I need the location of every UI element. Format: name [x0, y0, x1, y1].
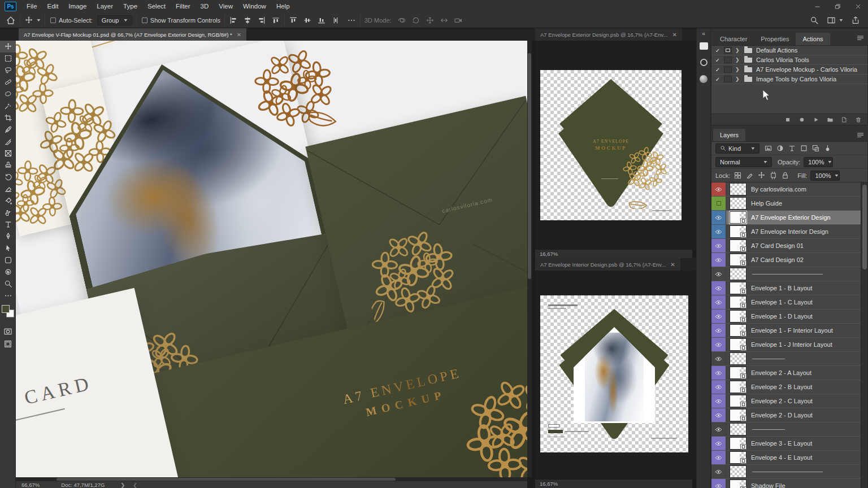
filter-smart-object-icon[interactable]: [811, 144, 820, 152]
tab-close-icon[interactable]: ✕: [670, 262, 675, 268]
lock-transparency-icon[interactable]: [734, 171, 742, 180]
exterior-canvas[interactable]: A7 ENVELOPE MOCKUP: [535, 41, 692, 249]
layer-visibility-toggle[interactable]: [711, 182, 726, 196]
layer-visibility-toggle[interactable]: [711, 465, 726, 478]
menu-file[interactable]: File: [21, 1, 42, 11]
expand-chevron-icon[interactable]: ❯: [735, 57, 743, 63]
layer-row[interactable]: Envelope 4 - E Layout: [711, 451, 867, 465]
lock-all-icon[interactable]: [781, 171, 789, 180]
action-set-row[interactable]: ✓❯Image Tools by Carlos Viloria: [711, 75, 867, 84]
layer-visibility-toggle[interactable]: [711, 281, 726, 295]
share-icon[interactable]: [851, 16, 860, 25]
layer-row[interactable]: [711, 267, 867, 281]
main-canvas[interactable]: carlosviloria.com carlosviloria.com A7 E…: [16, 41, 527, 477]
distribute-distB-icon[interactable]: [317, 16, 326, 25]
layer-visibility-toggle[interactable]: [711, 267, 726, 281]
layer-thumbnail[interactable]: [730, 239, 747, 252]
layer-row[interactable]: Envelope 1 - D Layout: [711, 310, 867, 324]
delete-icon[interactable]: [855, 116, 862, 123]
action-dialog-toggle[interactable]: [724, 56, 732, 63]
layer-row[interactable]: Envelope 1 - J Interior Layout: [711, 338, 867, 352]
layer-row[interactable]: A7 Card Design 01: [711, 239, 867, 253]
search-icon[interactable]: [810, 16, 819, 25]
more-options-icon[interactable]: [347, 16, 356, 25]
tab-close-icon[interactable]: ✕: [237, 32, 241, 38]
marquee-tool[interactable]: [0, 53, 16, 64]
pen-tool[interactable]: [0, 230, 16, 242]
lasso-tool[interactable]: [0, 64, 16, 76]
layer-thumbnail[interactable]: [730, 338, 747, 351]
tab-character[interactable]: Character: [713, 33, 754, 45]
tab-layers[interactable]: Layers: [713, 129, 745, 141]
layer-row[interactable]: Shadow File: [711, 479, 867, 488]
layer-visibility-toggle[interactable]: [711, 437, 726, 450]
record-icon[interactable]: [798, 116, 805, 123]
layer-thumbnail[interactable]: [730, 282, 747, 294]
interior-canvas[interactable]: [535, 271, 692, 479]
layer-row[interactable]: A7 Envelope Exterior Design: [711, 211, 867, 225]
expand-chevron-icon[interactable]: ❯: [735, 47, 743, 53]
layer-row[interactable]: Envelope 1 - B Layout: [711, 281, 867, 295]
frame-tool[interactable]: [0, 147, 16, 159]
3d-slide-icon[interactable]: [440, 16, 449, 25]
layer-row[interactable]: By carlosviloria.com: [711, 182, 867, 197]
type-tool[interactable]: [0, 219, 16, 230]
layer-thumbnail[interactable]: [730, 225, 747, 238]
distribute-pipes-icon[interactable]: [331, 16, 340, 25]
document-tab-interior[interactable]: A7 Envelope Interior Design.psb @ 16,7% …: [535, 258, 680, 271]
layer-row[interactable]: A7 Card Design 02: [711, 253, 867, 267]
scroll-left-icon[interactable]: ❮: [133, 482, 137, 488]
3d-roll-icon[interactable]: [411, 16, 420, 25]
stop-icon[interactable]: [784, 116, 791, 123]
restore-button[interactable]: [827, 0, 848, 12]
filter-adjustment-layers-icon[interactable]: [776, 144, 784, 152]
layer-visibility-toggle[interactable]: [711, 394, 726, 408]
layer-visibility-toggle[interactable]: [711, 338, 726, 351]
menu-3d[interactable]: 3D: [196, 1, 214, 11]
filter-shape-layers-icon[interactable]: [800, 144, 808, 152]
eraser-tool[interactable]: [0, 183, 16, 195]
action-dialog-toggle[interactable]: [724, 66, 732, 73]
expand-panels-icon[interactable]: «: [697, 28, 710, 37]
layer-thumbnail[interactable]: [730, 395, 747, 407]
layer-row[interactable]: A7 Envelope Interior Design: [711, 225, 867, 239]
tool-preset-chevron-icon[interactable]: ▼: [36, 18, 42, 22]
layer-visibility-toggle[interactable]: [711, 225, 726, 238]
layer-visibility-toggle[interactable]: [711, 352, 726, 365]
new-action-icon[interactable]: [841, 116, 848, 123]
layer-row[interactable]: Envelope 2 - B Layout: [711, 380, 867, 394]
layer-thumbnail[interactable]: [730, 451, 747, 464]
zoom-level[interactable]: 66,67%: [21, 482, 40, 488]
more-tool[interactable]: [0, 290, 16, 302]
3d-orbit-icon[interactable]: [397, 16, 406, 25]
screen-mode-button[interactable]: [0, 338, 16, 350]
layer-thumbnail[interactable]: [730, 409, 747, 421]
collapsed-panel-icon-2[interactable]: [700, 59, 708, 66]
layer-thumbnail[interactable]: [730, 480, 747, 488]
layer-visibility-toggle[interactable]: [711, 422, 726, 436]
layer-thumbnail[interactable]: [730, 352, 747, 365]
smudge-tool[interactable]: [0, 207, 16, 219]
tab-actions[interactable]: Actions: [796, 33, 830, 45]
status-flyout-icon[interactable]: ❯: [120, 482, 125, 488]
layer-thumbnail[interactable]: [730, 437, 747, 450]
align-C-icon[interactable]: [243, 16, 252, 25]
play-icon[interactable]: [813, 116, 819, 123]
layer-visibility-toggle[interactable]: [711, 366, 726, 380]
layer-row[interactable]: Envelope 2 - C Layout: [711, 394, 867, 408]
blend-mode-dropdown[interactable]: Normal▼: [715, 157, 772, 167]
filter-type-layers-icon[interactable]: [788, 144, 796, 152]
menu-select[interactable]: Select: [142, 1, 171, 11]
magic-wand-tool[interactable]: [0, 100, 16, 112]
stamp-tool[interactable]: [0, 159, 16, 171]
collapsed-panel-icon-3[interactable]: [700, 75, 708, 83]
layer-thumbnail[interactable]: [730, 296, 747, 308]
layer-visibility-toggle[interactable]: [711, 451, 726, 464]
3d-cam-icon[interactable]: [454, 16, 463, 25]
lock-artboard-icon[interactable]: [769, 171, 778, 180]
new-set-folder-icon[interactable]: [827, 116, 834, 123]
zoom-level-exterior[interactable]: 16,67%: [540, 251, 558, 257]
layer-row[interactable]: Envelope 3 - E Layout: [711, 437, 867, 451]
eyedropper-tool[interactable]: [0, 124, 16, 136]
fill-field[interactable]: 100%▼: [810, 171, 840, 181]
